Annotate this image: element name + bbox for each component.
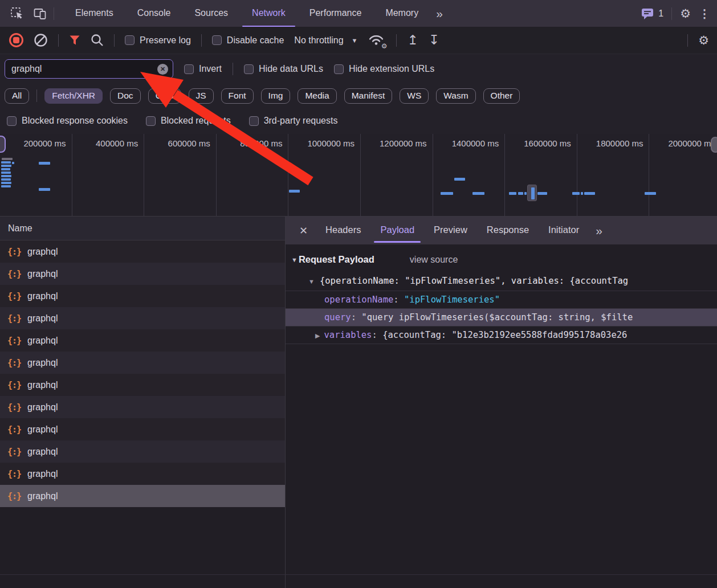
request-row[interactable]: {:}graphql bbox=[0, 418, 285, 440]
more-detail-tabs-icon[interactable]: » bbox=[589, 224, 602, 238]
3rd-party-requests-checkbox[interactable]: 3rd-party requests bbox=[249, 116, 338, 126]
waterfall-mark bbox=[524, 192, 527, 195]
chip-js[interactable]: JS bbox=[189, 88, 214, 104]
payload-root-row[interactable]: ▼{operationName: "ipFlowTimeseries", var… bbox=[286, 272, 717, 291]
request-type-chips: AllFetch/XHRDocCSSJSFontImgMediaManifest… bbox=[0, 84, 717, 108]
clear-network-log-button[interactable] bbox=[34, 33, 48, 47]
filter-funnel-icon[interactable] bbox=[69, 35, 80, 46]
prop-value: "ipFlowTimeseries" bbox=[404, 295, 500, 305]
hide-extension-urls-checkbox[interactable]: Hide extension URLs bbox=[334, 64, 434, 74]
collapse-triangle-icon[interactable]: ▼ bbox=[308, 272, 315, 291]
waterfall-mark bbox=[581, 192, 583, 195]
tab-elements[interactable]: Elements bbox=[63, 0, 125, 27]
filter-input-value: graphql bbox=[11, 64, 42, 74]
settings-gear-icon[interactable]: ⚙ bbox=[680, 7, 691, 21]
name-column-header[interactable]: Name bbox=[0, 217, 285, 240]
request-row[interactable]: {:}graphql bbox=[0, 352, 285, 374]
detail-tab-response[interactable]: Response bbox=[477, 217, 539, 244]
disable-cache-checkbox[interactable]: Disable cache bbox=[212, 35, 284, 46]
chip-other[interactable]: Other bbox=[483, 88, 520, 104]
tab-memory[interactable]: Memory bbox=[373, 0, 430, 27]
import-har-icon[interactable]: ↧ bbox=[429, 34, 439, 47]
waterfall-mark bbox=[572, 192, 580, 195]
waterfall-mark bbox=[472, 192, 484, 195]
network-overview-timeline[interactable]: 200000 ms400000 ms600000 ms800000 ms1000… bbox=[0, 134, 717, 217]
tab-performance[interactable]: Performance bbox=[298, 0, 374, 27]
chip-manifest[interactable]: Manifest bbox=[344, 88, 393, 104]
overview-left-handle[interactable] bbox=[0, 136, 6, 153]
preserve-log-checkbox[interactable]: Preserve log bbox=[125, 35, 191, 46]
request-row[interactable]: {:}graphql bbox=[0, 263, 285, 285]
tab-network[interactable]: Network bbox=[240, 0, 298, 27]
overview-right-handle[interactable] bbox=[711, 137, 717, 153]
fetch-xhr-icon: {:} bbox=[7, 313, 21, 324]
fetch-xhr-icon: {:} bbox=[7, 336, 21, 346]
timeline-tick-label: 1200000 ms bbox=[380, 138, 427, 148]
network-main-area: Name {:}graphql{:}graphql{:}graphql{:}gr… bbox=[0, 217, 717, 588]
export-har-icon[interactable]: ↥ bbox=[407, 34, 418, 47]
device-toolbar-icon[interactable] bbox=[31, 5, 49, 23]
detail-tab-preview[interactable]: Preview bbox=[424, 217, 477, 244]
payload-prop-row[interactable]: ▶variables: {accountTag: "b12e3b2192ee55… bbox=[286, 326, 717, 344]
collapse-triangle-icon[interactable]: ▼ bbox=[291, 256, 298, 263]
payload-prop-row[interactable]: query: "query ipFlowTimeseries($accountT… bbox=[286, 308, 717, 326]
chip-all[interactable]: All bbox=[5, 88, 29, 104]
blocked-response-cookies-checkbox[interactable]: Blocked response cookies bbox=[7, 116, 128, 126]
chip-ws[interactable]: WS bbox=[400, 88, 429, 104]
chip-img[interactable]: Img bbox=[261, 88, 291, 104]
clear-filter-icon[interactable]: ✕ bbox=[157, 64, 168, 75]
gear-icon: ⚙ bbox=[381, 42, 388, 50]
tab-console[interactable]: Console bbox=[125, 0, 183, 27]
request-row[interactable]: {:}graphql bbox=[0, 485, 285, 507]
divider bbox=[36, 89, 37, 102]
network-settings-gear-icon[interactable]: ⚙ bbox=[698, 34, 709, 47]
request-row[interactable]: {:}graphql bbox=[0, 463, 285, 485]
waterfall-mark bbox=[1, 175, 11, 177]
chip-fetch-xhr[interactable]: Fetch/XHR bbox=[44, 88, 103, 104]
chip-font[interactable]: Font bbox=[221, 88, 254, 104]
timeline-tick-label: 600000 ms bbox=[168, 138, 210, 148]
throttling-dropdown[interactable]: No throttling ▼ bbox=[294, 35, 357, 46]
section-title: Request Payload bbox=[299, 254, 374, 265]
menu-kebab-icon[interactable]: ⋮ bbox=[699, 7, 710, 21]
chip-media[interactable]: Media bbox=[298, 88, 336, 104]
close-detail-icon[interactable]: ✕ bbox=[296, 224, 316, 237]
request-row[interactable]: {:}graphql bbox=[0, 285, 285, 307]
divider bbox=[286, 344, 717, 344]
issues-count: 1 bbox=[658, 9, 663, 19]
chip-css[interactable]: CSS bbox=[148, 88, 181, 104]
timeline-column: 1400000 ms bbox=[433, 134, 506, 217]
record-network-log-button[interactable] bbox=[9, 33, 23, 47]
request-row[interactable]: {:}graphql bbox=[0, 374, 285, 396]
fetch-xhr-icon: {:} bbox=[7, 491, 21, 501]
request-row[interactable]: {:}graphql bbox=[0, 240, 285, 263]
waterfall-mark bbox=[39, 162, 50, 165]
fetch-xhr-icon: {:} bbox=[7, 291, 21, 301]
payload-prop-row[interactable]: operationName: "ipFlowTimeseries" bbox=[286, 291, 717, 308]
detail-tab-payload[interactable]: Payload bbox=[370, 217, 424, 244]
detail-tab-headers[interactable]: Headers bbox=[316, 217, 370, 244]
search-icon[interactable] bbox=[91, 34, 104, 47]
waterfall-mark bbox=[1, 161, 11, 164]
waterfall-mark bbox=[12, 162, 14, 164]
request-row[interactable]: {:}graphql bbox=[0, 307, 285, 329]
more-panels-icon[interactable]: » bbox=[430, 7, 449, 21]
detail-tab-initiator[interactable]: Initiator bbox=[539, 217, 589, 244]
hide-data-urls-checkbox[interactable]: Hide data URLs bbox=[244, 64, 323, 74]
chip-wasm[interactable]: Wasm bbox=[436, 88, 475, 104]
invert-checkbox[interactable]: Invert bbox=[184, 64, 222, 74]
issues-button[interactable]: 1 bbox=[641, 7, 663, 20]
request-row[interactable]: {:}graphql bbox=[0, 440, 285, 463]
inspect-element-icon[interactable] bbox=[8, 5, 26, 23]
fetch-xhr-icon: {:} bbox=[7, 402, 21, 413]
network-conditions-icon[interactable]: ⚙ bbox=[368, 32, 386, 48]
request-row[interactable]: {:}graphql bbox=[0, 329, 285, 352]
blocked-requests-checkbox[interactable]: Blocked requests bbox=[146, 116, 231, 126]
tab-sources[interactable]: Sources bbox=[182, 0, 240, 27]
filter-input[interactable]: graphql ✕ bbox=[5, 59, 173, 79]
chip-doc[interactable]: Doc bbox=[110, 88, 141, 104]
waterfall-mark bbox=[1, 185, 11, 187]
expand-triangle-icon[interactable]: ▶ bbox=[315, 327, 320, 344]
view-source-link[interactable]: view source bbox=[410, 255, 458, 265]
request-row[interactable]: {:}graphql bbox=[0, 396, 285, 418]
